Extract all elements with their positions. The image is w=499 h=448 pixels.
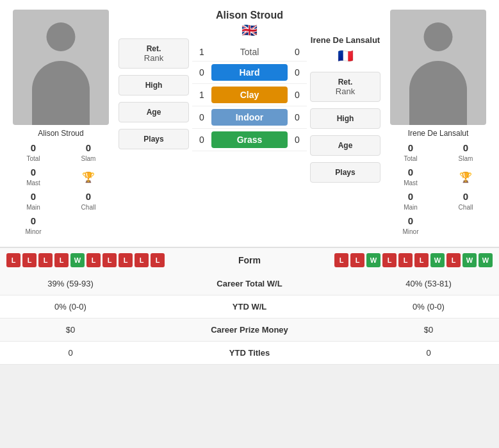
stats-row: 0 YTD Titles 0 [0,342,499,365]
right-form-badge: W [462,253,477,267]
left-player-card: Alison Stroud 0 Total 0 Slam 0 Mast 🏆 [6,10,115,237]
left-form-badge: L [22,253,37,267]
right-stat-mast: 0 Mast [384,165,438,188]
left-plays-box: Plays [119,129,189,149]
right-rank-box: Ret. Rank [310,72,380,102]
left-stat-slam: 0 Slam [61,141,115,164]
left-stat-main-2: 0 Main [6,190,60,213]
right-stat-chall: 0 Chall [439,190,493,213]
right-stat-minor: 0 Minor [384,214,438,237]
right-form-badge: L [446,253,461,267]
stat-right-value: 40% (53-81) [358,272,499,295]
left-rank-col: Ret. Rank High Age Plays [119,10,189,237]
left-stat-minor: 0 Minor [6,214,60,237]
surface-rows: 1 Total 0 0 Hard 0 1 Clay 0 0 [192,43,307,151]
right-form-badge: W [479,253,493,267]
left-stat-mast: 0 Mast [6,165,60,188]
grass-row: 0 Grass 0 [192,129,307,151]
left-form-badge: L [38,253,53,267]
left-player-stats: 0 Total 0 Slam 0 Mast 🏆 0 Main [6,141,115,237]
stat-right-value: 0 [358,342,499,365]
left-form-badge: L [86,253,101,267]
left-form-badge: W [70,253,85,267]
right-form-badge: L [414,253,429,267]
left-form-badge: L [151,253,165,267]
center-surfaces: Alison Stroud 🇬🇧 Irene De Lansalut 1 Tot… [192,10,307,237]
right-stat-slam: 0 Slam [439,141,493,164]
left-form-badges: LLLLWLLLLL [6,253,165,267]
left-rank-box: Ret. Rank [119,38,189,69]
right-player-stats: 0 Total 0 Slam 0 Mast 🏆 0 Main [384,141,493,237]
stat-label: YTD W/L [141,295,358,319]
stats-table: 39% (59-93) Career Total W/L 40% (53-81)… [0,272,499,365]
right-stat-main-2: 0 Main [384,190,438,213]
form-label: Form [165,255,334,265]
stats-row: 39% (59-93) Career Total W/L 40% (53-81) [0,272,499,295]
total-row: 1 Total 0 [192,43,307,62]
left-form-badge: L [54,253,69,267]
stat-right-value: 0% (0-0) [358,295,499,319]
right-rank-col: Irene De Lansalut🇫🇷 Ret. Rank High Age P… [310,10,380,237]
stats-row: 0% (0-0) YTD W/L 0% (0-0) [0,295,499,319]
left-form-badge: L [119,253,133,267]
right-age-box: Age [310,135,380,156]
left-trophy-cell: 🏆 [61,165,115,188]
clay-badge: Clay [211,87,288,103]
left-player-photo [13,10,109,125]
stat-label: YTD Titles [141,342,358,365]
right-plays-box: Plays [310,162,380,183]
left-age-box: Age [119,102,189,122]
stat-label: Career Total W/L [141,272,358,295]
players-section: Alison Stroud 0 Total 0 Slam 0 Mast 🏆 [0,0,499,247]
left-high-box: High [119,75,189,95]
stat-left-value: $0 [0,319,141,342]
form-section: LLLLWLLLLL Form LLWLLLWLWW [0,247,499,272]
right-form-badges: LLWLLLWLWW [334,253,493,267]
stat-left-value: 0 [0,342,141,365]
right-trophy-icon: 🏆 [459,171,472,183]
left-form-badge: L [135,253,149,267]
right-player-photo [390,10,486,125]
right-form-badge: L [334,253,348,267]
stat-right-value: $0 [358,319,499,342]
grass-badge: Grass [211,131,288,148]
right-form-badge: W [366,253,380,267]
left-trophy-icon: 🏆 [82,171,95,183]
stat-left-value: 0% (0-0) [0,295,141,319]
left-stat-chall: 0 Chall [61,190,115,213]
hard-row: 0 Hard 0 [192,62,307,84]
stat-left-value: 39% (59-93) [0,272,141,295]
right-form-badge: L [398,253,413,267]
right-form-badge: L [382,253,397,267]
left-player-name: Alison Stroud [38,129,83,138]
hard-badge: Hard [211,64,288,81]
right-name-top: Irene De Lansalut [311,35,380,46]
main-container: Alison Stroud 0 Total 0 Slam 0 Mast 🏆 [0,0,499,365]
indoor-row: 0 Indoor 0 [192,106,307,129]
right-player-card: Irene De Lansalut 0 Total 0 Slam 0 Mast … [384,10,493,237]
left-flag: 🇬🇧 [241,22,258,38]
left-form-badge: L [102,253,117,267]
left-stat-total: 0 Total [6,141,60,164]
right-player-name: Irene De Lansalut [408,129,469,138]
left-form-badge: L [6,253,20,267]
stat-label: Career Prize Money [141,319,358,342]
right-trophy-cell: 🏆 [439,165,493,188]
right-form-badge: L [350,253,364,267]
right-high-box: High [310,108,380,129]
right-stat-total: 0 Total [384,141,438,164]
indoor-badge: Indoor [211,109,288,126]
left-name-top: Alison Stroud [216,10,283,21]
stats-row: $0 Career Prize Money $0 [0,319,499,342]
clay-row: 1 Clay 0 [192,84,307,106]
right-flag-top: 🇫🇷 [338,48,354,63]
right-form-badge: W [430,253,445,267]
